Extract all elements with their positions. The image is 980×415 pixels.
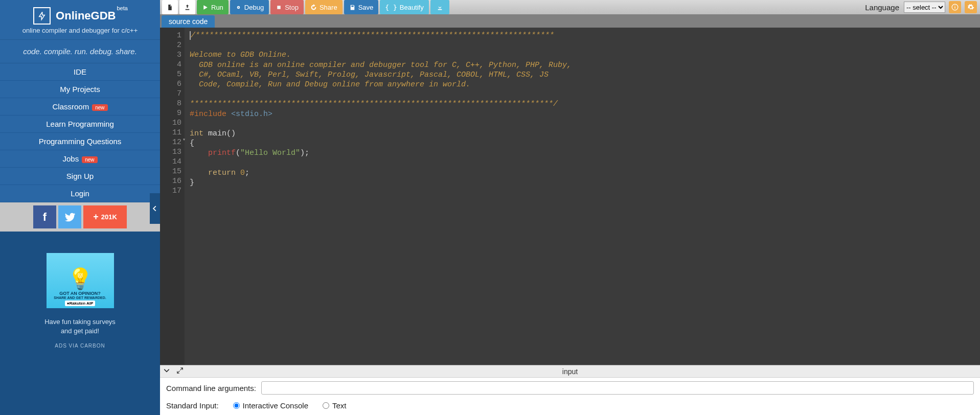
line-gutter: 123456789101112▾1314151617 bbox=[160, 28, 185, 365]
debug-button[interactable]: Debug bbox=[230, 0, 269, 14]
brand-subtitle: online compiler and debugger for c/c++ bbox=[0, 27, 160, 39]
stdin-opt-console[interactable]: Interactive Console bbox=[233, 401, 308, 410]
toolbar: Run Debug Stop Share Save { } Beautify bbox=[160, 0, 980, 14]
stdin-label: Standard Input: bbox=[166, 401, 219, 410]
stop-button[interactable]: Stop bbox=[270, 0, 304, 14]
share-count-button[interactable]: + 201K bbox=[83, 205, 127, 228]
share-count: 201K bbox=[101, 213, 117, 221]
code-area[interactable]: /***************************************… bbox=[185, 28, 980, 365]
nav-questions[interactable]: Programming Questions bbox=[0, 133, 160, 150]
save-button[interactable]: Save bbox=[344, 0, 379, 14]
logo-row: OnlineGDBbeta bbox=[0, 0, 160, 27]
download-button[interactable] bbox=[430, 0, 449, 14]
badge-new: new bbox=[92, 104, 107, 111]
nav-login[interactable]: Login bbox=[0, 185, 160, 202]
tab-source-code[interactable]: source code bbox=[162, 15, 215, 28]
nav-learn[interactable]: Learn Programming bbox=[0, 116, 160, 133]
io-header: input bbox=[160, 365, 980, 378]
brand-title: OnlineGDBbeta bbox=[56, 9, 127, 22]
expand-io-icon[interactable] bbox=[173, 367, 187, 376]
logo-icon bbox=[33, 7, 51, 25]
svg-rect-3 bbox=[277, 6, 281, 9]
ad-zone: 💡 GOT AN OPINION? SHARE AND GET REWARDED… bbox=[0, 232, 160, 415]
svg-rect-6 bbox=[954, 6, 955, 6]
tagline: code. compile. run. debug. share. bbox=[0, 39, 160, 63]
svg-marker-0 bbox=[203, 5, 208, 10]
twitter-icon[interactable] bbox=[58, 205, 81, 228]
nav-jobs[interactable]: Jobsnew bbox=[0, 150, 160, 168]
ad-text: Have fun taking surveys and get paid! bbox=[44, 317, 116, 336]
upload-button[interactable] bbox=[179, 0, 195, 14]
cmd-args-input[interactable] bbox=[261, 381, 974, 395]
nav-ide[interactable]: IDE bbox=[0, 63, 160, 81]
stdin-opt-text[interactable]: Text bbox=[323, 401, 347, 410]
settings-button[interactable] bbox=[965, 1, 977, 13]
badge-new: new bbox=[82, 156, 97, 163]
info-button[interactable] bbox=[949, 1, 961, 13]
social-row: f + 201K bbox=[0, 202, 160, 232]
cmd-args-row: Command line arguments: bbox=[160, 378, 980, 398]
stdin-row: Standard Input: Interactive Console Text bbox=[160, 398, 980, 415]
io-title: input bbox=[562, 367, 578, 376]
plus-icon: + bbox=[93, 212, 99, 222]
nav-signup[interactable]: Sign Up bbox=[0, 168, 160, 185]
run-button[interactable]: Run bbox=[197, 0, 229, 14]
ad-card[interactable]: 💡 GOT AN OPINION? SHARE AND GET REWARDED… bbox=[47, 253, 114, 308]
collapse-sidebar-button[interactable] bbox=[150, 193, 160, 224]
language-label: Language bbox=[865, 3, 902, 12]
cmd-args-label: Command line arguments: bbox=[166, 384, 256, 393]
nav-my-projects[interactable]: My Projects bbox=[0, 81, 160, 98]
svg-point-2 bbox=[238, 7, 239, 8]
lightbulb-icon: 💡 bbox=[67, 268, 93, 289]
facebook-icon[interactable]: f bbox=[33, 205, 56, 228]
ad-via[interactable]: ADS VIA CARBON bbox=[55, 343, 105, 349]
collapse-io-icon[interactable] bbox=[160, 367, 173, 376]
code-editor[interactable]: 123456789101112▾1314151617 /************… bbox=[160, 28, 980, 365]
nav-classroom[interactable]: Classroomnew bbox=[0, 98, 160, 116]
new-file-button[interactable] bbox=[162, 0, 178, 14]
tab-bar: source code bbox=[160, 14, 980, 28]
sidebar: OnlineGDBbeta online compiler and debugg… bbox=[0, 0, 160, 415]
main: Run Debug Stop Share Save { } Beautify bbox=[160, 0, 980, 415]
io-panel: input Command line arguments: Standard I… bbox=[160, 365, 980, 415]
share-button[interactable]: Share bbox=[305, 0, 343, 14]
beautify-button[interactable]: { } Beautify bbox=[380, 0, 428, 14]
svg-rect-5 bbox=[954, 7, 955, 9]
language-select[interactable]: -- select -- bbox=[904, 2, 945, 13]
